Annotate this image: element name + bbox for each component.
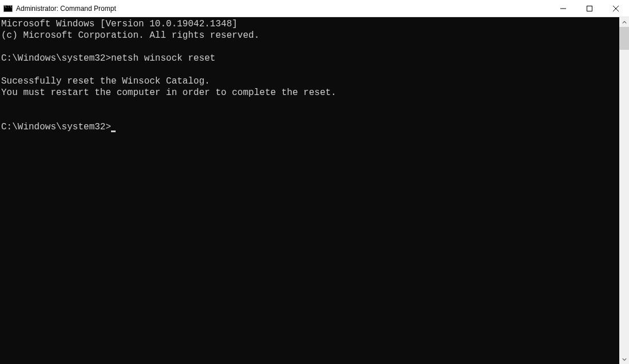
titlebar: C:\ Administrator: Command Prompt xyxy=(0,0,629,17)
terminal-line: Sucessfully reset the Winsock Catalog. xyxy=(1,76,210,86)
terminal-prompt: C:\Windows\system32> xyxy=(1,122,111,132)
terminal-line: C:\Windows\system32>netsh winsock reset xyxy=(1,53,215,64)
terminal-line: You must restart the computer in order t… xyxy=(1,88,337,98)
terminal-output[interactable]: Microsoft Windows [Version 10.0.19042.13… xyxy=(0,17,619,364)
cursor xyxy=(111,130,116,132)
maximize-button[interactable] xyxy=(576,0,603,17)
scrollbar-thumb[interactable] xyxy=(619,27,629,50)
terminal-line: Microsoft Windows [Version 10.0.19042.13… xyxy=(1,19,238,29)
svg-rect-1 xyxy=(587,6,592,11)
close-button[interactable] xyxy=(603,0,629,17)
minimize-button[interactable] xyxy=(550,0,576,17)
scroll-up-button[interactable] xyxy=(619,17,629,27)
window-title: Administrator: Command Prompt xyxy=(16,5,550,13)
window-controls xyxy=(550,0,629,17)
content-area: Microsoft Windows [Version 10.0.19042.13… xyxy=(0,17,629,364)
cmd-icon: C:\ xyxy=(3,4,13,13)
terminal-line: (c) Microsoft Corporation. All rights re… xyxy=(1,30,259,41)
command-prompt-window: C:\ Administrator: Command Prompt Micros… xyxy=(0,0,629,364)
scroll-down-button[interactable] xyxy=(619,354,629,364)
vertical-scrollbar xyxy=(619,17,629,364)
scrollbar-track[interactable] xyxy=(619,27,629,354)
